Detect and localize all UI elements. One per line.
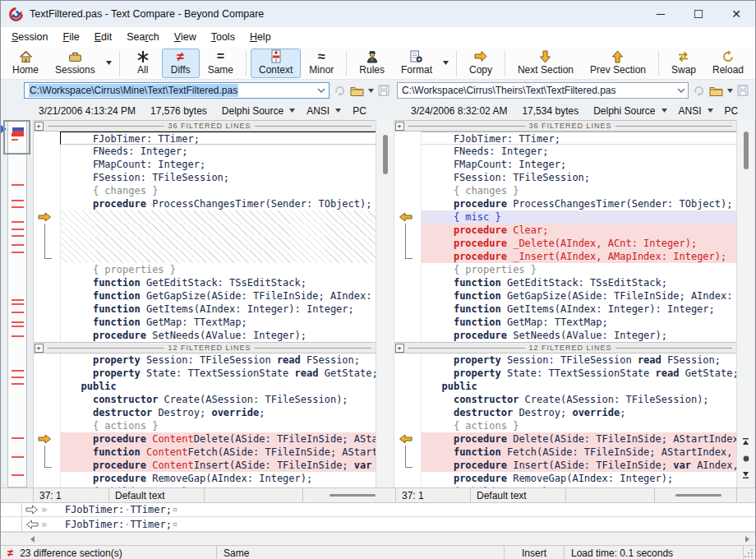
right-encoding-select[interactable]: ANSI bbox=[679, 105, 702, 117]
right-syntax-scheme[interactable]: Default text bbox=[471, 488, 566, 502]
section-arrow-left-icon[interactable] bbox=[399, 434, 413, 446]
right-browse-dropdown-icon[interactable] bbox=[727, 89, 733, 93]
right-format-dropdown-icon[interactable] bbox=[662, 109, 667, 113]
code-line[interactable]: FJobTimer: TTimer; bbox=[34, 132, 376, 145]
code-line[interactable]: constructor Create(ASession: TFileSessio… bbox=[394, 393, 736, 406]
menu-item-view[interactable]: View bbox=[167, 29, 204, 45]
scroll-top-icon[interactable] bbox=[742, 437, 749, 448]
code-line[interactable]: property Session: TFileSession read FSes… bbox=[394, 353, 736, 367]
left-format-select[interactable]: Delphi Source bbox=[222, 105, 284, 117]
gap-hatch-line[interactable] bbox=[34, 250, 376, 263]
menu-item-session[interactable]: Session bbox=[4, 29, 55, 45]
code-line[interactable]: function GetMap: TTextMap; bbox=[394, 316, 736, 329]
left-browse-dropdown-icon[interactable] bbox=[368, 89, 374, 93]
expand-section-button[interactable]: + bbox=[35, 122, 44, 131]
code-line[interactable]: property State: TTextSessionState read G… bbox=[394, 367, 736, 380]
expand-section-button[interactable]: + bbox=[35, 344, 44, 353]
expand-section-button[interactable]: + bbox=[395, 122, 404, 131]
left-path-input[interactable]: C:\Workspace\Cirrus\Mine\Text\TextFilter… bbox=[24, 82, 330, 99]
code-line[interactable]: procedure Insert(ASide: TFileInSide; var… bbox=[394, 459, 736, 472]
menu-item-file[interactable]: File bbox=[55, 29, 86, 45]
left-scrollbar-thumb[interactable] bbox=[383, 135, 388, 174]
right-line-endings[interactable]: PC bbox=[725, 105, 739, 117]
section-arrow-right-icon[interactable] bbox=[38, 434, 52, 446]
close-button[interactable]: ✕ bbox=[717, 1, 755, 27]
toolbar-button-same[interactable]: =Same bbox=[200, 49, 242, 78]
left-encoding-select[interactable]: ANSI bbox=[307, 105, 330, 117]
right-path-dropdown-icon[interactable] bbox=[674, 88, 688, 93]
overview-map[interactable] bbox=[1, 120, 34, 487]
scroll-right-icon[interactable] bbox=[745, 536, 749, 543]
code-line[interactable]: public bbox=[394, 380, 736, 393]
code-line[interactable]: procedure ProcessChangesTimer(Sender: TO… bbox=[394, 197, 736, 210]
right-format-select[interactable]: Delphi Source bbox=[593, 105, 655, 117]
toolbar-button-next-section[interactable]: Next Section bbox=[509, 49, 582, 78]
code-line[interactable]: procedure _Insert(AIndex, AMapIndex: Int… bbox=[394, 250, 736, 263]
code-line[interactable]: procedure ContentInsert(ASide: TFileInSi… bbox=[34, 459, 376, 472]
code-line[interactable]: { changes } bbox=[394, 184, 736, 197]
toolbar-dropdown-format[interactable] bbox=[440, 49, 452, 78]
code-line[interactable]: { properties } bbox=[394, 263, 736, 276]
scroll-center-icon[interactable] bbox=[743, 453, 749, 464]
detail-horizontal-scrollbar[interactable] bbox=[1, 532, 755, 545]
code-line[interactable]: { actions } bbox=[394, 419, 736, 432]
code-line[interactable]: procedure Clear; bbox=[394, 224, 736, 237]
code-line[interactable]: procedure ContentDelete(ASide: TFileInSi… bbox=[34, 432, 376, 446]
toolbar-button-context[interactable]: Context bbox=[251, 49, 301, 78]
toolbar-button-format[interactable]: Format bbox=[393, 49, 440, 78]
menu-item-tools[interactable]: Tools bbox=[204, 29, 242, 45]
toolbar-button-home[interactable]: Home bbox=[4, 49, 47, 78]
gap-hatch-line[interactable] bbox=[34, 224, 376, 237]
left-browse-folder-icon[interactable] bbox=[350, 85, 364, 96]
code-line[interactable]: public bbox=[34, 380, 376, 393]
toolbar-button-swap[interactable]: Swap bbox=[663, 49, 704, 78]
right-path-input[interactable]: C:\Workspace\Cirrus\Theirs\Text\TextFilt… bbox=[397, 82, 689, 99]
right-vertical-scrollbar[interactable] bbox=[736, 120, 754, 487]
right-hscroll-thumb[interactable] bbox=[675, 494, 721, 497]
gap-hatch-line[interactable] bbox=[34, 237, 376, 250]
code-line[interactable]: { actions } bbox=[34, 419, 376, 432]
code-line[interactable]: procedure Delete(ASide: TFileInSide; ASt… bbox=[394, 432, 736, 446]
left-save-icon[interactable] bbox=[378, 85, 390, 96]
code-line[interactable]: FNeeds: Integer; bbox=[394, 145, 736, 158]
code-line[interactable]: { misc } bbox=[394, 210, 736, 224]
section-arrow-right-icon[interactable] bbox=[38, 212, 52, 224]
section-arrow-left-icon[interactable] bbox=[399, 212, 413, 224]
scroll-left-icon[interactable] bbox=[30, 536, 35, 543]
right-horizontal-scrollbar[interactable] bbox=[655, 488, 737, 502]
code-line[interactable]: procedure ProcessChangesTimer(Sender: TO… bbox=[34, 197, 376, 210]
toolbar-dropdown-sessions[interactable] bbox=[104, 49, 115, 78]
code-line[interactable]: property State: TTextSessionState read G… bbox=[34, 367, 376, 380]
code-line[interactable]: procedure SetNeeds(AValue: Integer); bbox=[394, 329, 736, 342]
toolbar-button-reload[interactable]: Reload bbox=[704, 49, 752, 78]
code-line[interactable]: { properties } bbox=[34, 263, 376, 276]
code-line[interactable]: destructor Destroy; override; bbox=[34, 406, 376, 419]
code-line[interactable]: procedure _Delete(AIndex, ACnt: Integer)… bbox=[394, 237, 736, 250]
right-scrollbar-thumb[interactable] bbox=[744, 132, 749, 169]
toolbar-button-minor[interactable]: ≈Minor bbox=[301, 49, 342, 78]
menu-item-edit[interactable]: Edit bbox=[87, 29, 120, 45]
menu-item-search[interactable]: Search bbox=[119, 29, 167, 45]
code-line[interactable]: function GetMap: TTextMap; bbox=[34, 316, 376, 329]
right-code-lines[interactable]: +36 FILTERED LINES FJobTimer: TTimer; FN… bbox=[394, 120, 736, 487]
right-browse-folder-icon[interactable] bbox=[709, 85, 723, 96]
code-line[interactable]: { child events } bbox=[394, 485, 736, 487]
code-line[interactable]: FJobTimer: TTimer; bbox=[394, 132, 736, 145]
toolbar-button-rules[interactable]: Rules bbox=[351, 49, 393, 78]
left-hscroll-thumb[interactable] bbox=[330, 494, 376, 497]
right-encoding-dropdown-icon[interactable] bbox=[708, 109, 713, 113]
code-line[interactable]: property Session: TFileSession read FSes… bbox=[34, 353, 376, 367]
maximize-button[interactable]: ☐ bbox=[680, 1, 717, 27]
code-line[interactable]: function GetGapSize(ASide: TFileInSide; … bbox=[34, 289, 376, 303]
left-format-dropdown-icon[interactable] bbox=[289, 109, 295, 113]
code-line[interactable]: function GetItems(AIndex: Integer): Inte… bbox=[394, 303, 736, 316]
code-line[interactable]: function GetItems(AIndex: Integer): Inte… bbox=[34, 303, 376, 316]
code-line[interactable]: FMapCount: Integer; bbox=[394, 158, 736, 171]
code-line[interactable]: procedure RemoveGap(AIndex: Integer); bbox=[394, 472, 736, 485]
left-refresh-icon[interactable] bbox=[334, 85, 346, 97]
right-save-icon[interactable] bbox=[737, 85, 749, 96]
code-line[interactable]: FSession: TFileSession; bbox=[34, 171, 376, 184]
code-line[interactable]: destructor Destroy; override; bbox=[394, 406, 736, 419]
resize-grip[interactable] bbox=[744, 548, 754, 558]
left-syntax-scheme[interactable]: Default text bbox=[109, 488, 205, 502]
